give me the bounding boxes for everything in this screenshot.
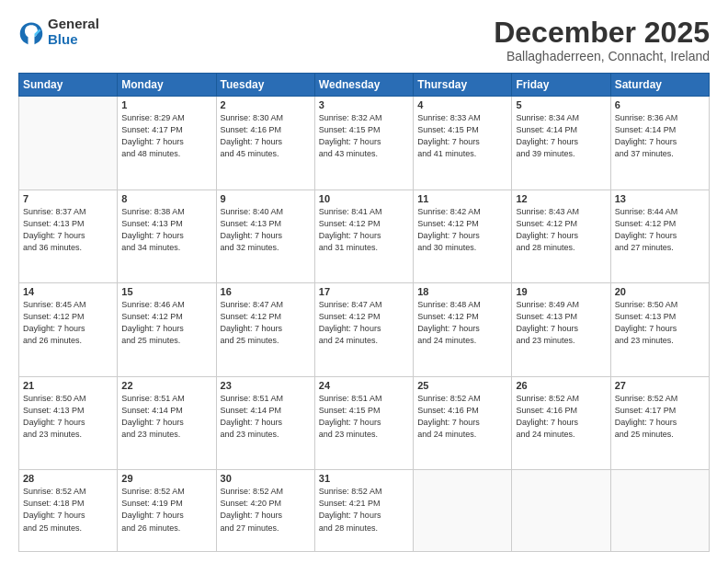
calendar-cell: 25Sunrise: 8:52 AM Sunset: 4:16 PM Dayli… (414, 376, 512, 470)
day-number: 23 (221, 380, 311, 391)
day-info: Sunrise: 8:48 AM Sunset: 4:12 PM Dayligh… (417, 299, 507, 347)
day-info: Sunrise: 8:33 AM Sunset: 4:15 PM Dayligh… (417, 112, 507, 160)
day-number: 22 (121, 380, 211, 391)
day-info: Sunrise: 8:38 AM Sunset: 4:13 PM Dayligh… (121, 206, 211, 254)
header-right: December 2025 Ballaghaderreen, Connacht,… (494, 17, 710, 63)
day-info: Sunrise: 8:34 AM Sunset: 4:14 PM Dayligh… (516, 112, 606, 160)
day-number: 8 (121, 193, 211, 204)
calendar-header-friday: Friday (512, 74, 610, 97)
day-number: 18 (417, 286, 507, 297)
calendar-cell: 28Sunrise: 8:52 AM Sunset: 4:18 PM Dayli… (19, 470, 118, 552)
day-info: Sunrise: 8:46 AM Sunset: 4:12 PM Dayligh… (121, 299, 211, 347)
day-number: 14 (23, 286, 113, 297)
day-info: Sunrise: 8:51 AM Sunset: 4:14 PM Dayligh… (221, 393, 311, 441)
day-number: 25 (417, 380, 507, 391)
calendar-cell: 12Sunrise: 8:43 AM Sunset: 4:12 PM Dayli… (512, 190, 610, 283)
calendar-cell: 20Sunrise: 8:50 AM Sunset: 4:13 PM Dayli… (610, 283, 709, 377)
day-number: 17 (319, 286, 409, 297)
logo: General Blue (18, 17, 99, 47)
location: Ballaghaderreen, Connacht, Ireland (494, 49, 710, 63)
calendar-week-5: 28Sunrise: 8:52 AM Sunset: 4:18 PM Dayli… (19, 470, 710, 552)
day-info: Sunrise: 8:45 AM Sunset: 4:12 PM Dayligh… (23, 299, 113, 347)
day-number: 28 (23, 473, 113, 484)
calendar-cell: 19Sunrise: 8:49 AM Sunset: 4:13 PM Dayli… (512, 283, 610, 377)
day-info: Sunrise: 8:47 AM Sunset: 4:12 PM Dayligh… (319, 299, 409, 347)
day-number: 4 (417, 99, 507, 110)
calendar-cell: 24Sunrise: 8:51 AM Sunset: 4:15 PM Dayli… (314, 376, 413, 470)
calendar-cell: 22Sunrise: 8:51 AM Sunset: 4:14 PM Dayli… (118, 376, 216, 470)
day-number: 31 (319, 473, 409, 484)
day-number: 5 (516, 99, 606, 110)
day-info: Sunrise: 8:52 AM Sunset: 4:16 PM Dayligh… (516, 393, 606, 441)
calendar-header-row: SundayMondayTuesdayWednesdayThursdayFrid… (19, 74, 710, 97)
day-info: Sunrise: 8:50 AM Sunset: 4:13 PM Dayligh… (615, 299, 705, 347)
calendar-week-3: 14Sunrise: 8:45 AM Sunset: 4:12 PM Dayli… (19, 283, 710, 377)
calendar-cell: 31Sunrise: 8:52 AM Sunset: 4:21 PM Dayli… (314, 470, 413, 552)
day-info: Sunrise: 8:40 AM Sunset: 4:13 PM Dayligh… (221, 206, 311, 254)
day-number: 13 (615, 193, 705, 204)
calendar-header-sunday: Sunday (19, 74, 118, 97)
day-number: 6 (615, 99, 705, 110)
calendar-cell: 26Sunrise: 8:52 AM Sunset: 4:16 PM Dayli… (512, 376, 610, 470)
day-info: Sunrise: 8:37 AM Sunset: 4:13 PM Dayligh… (23, 206, 113, 254)
day-info: Sunrise: 8:32 AM Sunset: 4:15 PM Dayligh… (319, 112, 409, 160)
top-section: General Blue December 2025 Ballaghaderre… (18, 17, 710, 63)
calendar-cell: 21Sunrise: 8:50 AM Sunset: 4:13 PM Dayli… (19, 376, 118, 470)
calendar-cell: 11Sunrise: 8:42 AM Sunset: 4:12 PM Dayli… (414, 190, 512, 283)
calendar-cell: 4Sunrise: 8:33 AM Sunset: 4:15 PM Daylig… (414, 97, 512, 190)
day-number: 24 (319, 380, 409, 391)
calendar-cell: 2Sunrise: 8:30 AM Sunset: 4:16 PM Daylig… (216, 97, 314, 190)
day-number: 11 (417, 193, 507, 204)
calendar-table: SundayMondayTuesdayWednesdayThursdayFrid… (18, 73, 710, 552)
day-number: 27 (615, 380, 705, 391)
day-number: 15 (121, 286, 211, 297)
calendar-week-4: 21Sunrise: 8:50 AM Sunset: 4:13 PM Dayli… (19, 376, 710, 470)
day-info: Sunrise: 8:44 AM Sunset: 4:12 PM Dayligh… (615, 206, 705, 254)
calendar-cell: 30Sunrise: 8:52 AM Sunset: 4:20 PM Dayli… (216, 470, 314, 552)
day-info: Sunrise: 8:51 AM Sunset: 4:14 PM Dayligh… (121, 393, 211, 441)
calendar-cell: 27Sunrise: 8:52 AM Sunset: 4:17 PM Dayli… (610, 376, 709, 470)
calendar-week-1: 1Sunrise: 8:29 AM Sunset: 4:17 PM Daylig… (19, 97, 710, 190)
calendar-cell: 6Sunrise: 8:36 AM Sunset: 4:14 PM Daylig… (610, 97, 709, 190)
calendar-cell: 9Sunrise: 8:40 AM Sunset: 4:13 PM Daylig… (216, 190, 314, 283)
calendar-cell (610, 470, 709, 552)
day-number: 21 (23, 380, 113, 391)
logo-icon (18, 19, 44, 45)
calendar-cell: 10Sunrise: 8:41 AM Sunset: 4:12 PM Dayli… (314, 190, 413, 283)
calendar-cell: 18Sunrise: 8:48 AM Sunset: 4:12 PM Dayli… (414, 283, 512, 377)
day-info: Sunrise: 8:52 AM Sunset: 4:16 PM Dayligh… (417, 393, 507, 441)
calendar-header-saturday: Saturday (610, 74, 709, 97)
day-info: Sunrise: 8:50 AM Sunset: 4:13 PM Dayligh… (23, 393, 113, 441)
day-info: Sunrise: 8:41 AM Sunset: 4:12 PM Dayligh… (319, 206, 409, 254)
calendar-cell: 1Sunrise: 8:29 AM Sunset: 4:17 PM Daylig… (118, 97, 216, 190)
day-info: Sunrise: 8:30 AM Sunset: 4:16 PM Dayligh… (221, 112, 311, 160)
day-info: Sunrise: 8:36 AM Sunset: 4:14 PM Dayligh… (615, 112, 705, 160)
calendar-cell: 16Sunrise: 8:47 AM Sunset: 4:12 PM Dayli… (216, 283, 314, 377)
day-info: Sunrise: 8:52 AM Sunset: 4:19 PM Dayligh… (121, 486, 211, 534)
day-info: Sunrise: 8:42 AM Sunset: 4:12 PM Dayligh… (417, 206, 507, 254)
calendar-week-2: 7Sunrise: 8:37 AM Sunset: 4:13 PM Daylig… (19, 190, 710, 283)
day-number: 9 (221, 193, 311, 204)
day-number: 1 (121, 99, 211, 110)
calendar-cell: 13Sunrise: 8:44 AM Sunset: 4:12 PM Dayli… (610, 190, 709, 283)
calendar-cell: 23Sunrise: 8:51 AM Sunset: 4:14 PM Dayli… (216, 376, 314, 470)
calendar-cell: 3Sunrise: 8:32 AM Sunset: 4:15 PM Daylig… (314, 97, 413, 190)
day-number: 3 (319, 99, 409, 110)
logo-general-text: General (48, 17, 99, 32)
day-info: Sunrise: 8:43 AM Sunset: 4:12 PM Dayligh… (516, 206, 606, 254)
logo-text: General Blue (48, 17, 99, 47)
day-info: Sunrise: 8:52 AM Sunset: 4:20 PM Dayligh… (221, 486, 311, 534)
page: General Blue December 2025 Ballaghaderre… (0, 0, 728, 563)
day-number: 29 (121, 473, 211, 484)
day-number: 12 (516, 193, 606, 204)
day-number: 2 (221, 99, 311, 110)
calendar-cell: 14Sunrise: 8:45 AM Sunset: 4:12 PM Dayli… (19, 283, 118, 377)
logo-blue-text: Blue (48, 32, 99, 48)
day-info: Sunrise: 8:52 AM Sunset: 4:18 PM Dayligh… (23, 486, 113, 534)
day-info: Sunrise: 8:52 AM Sunset: 4:21 PM Dayligh… (319, 486, 409, 534)
month-title: December 2025 (494, 17, 710, 49)
calendar-cell (19, 97, 118, 190)
day-number: 10 (319, 193, 409, 204)
calendar-cell: 15Sunrise: 8:46 AM Sunset: 4:12 PM Dayli… (118, 283, 216, 377)
calendar-cell: 29Sunrise: 8:52 AM Sunset: 4:19 PM Dayli… (118, 470, 216, 552)
